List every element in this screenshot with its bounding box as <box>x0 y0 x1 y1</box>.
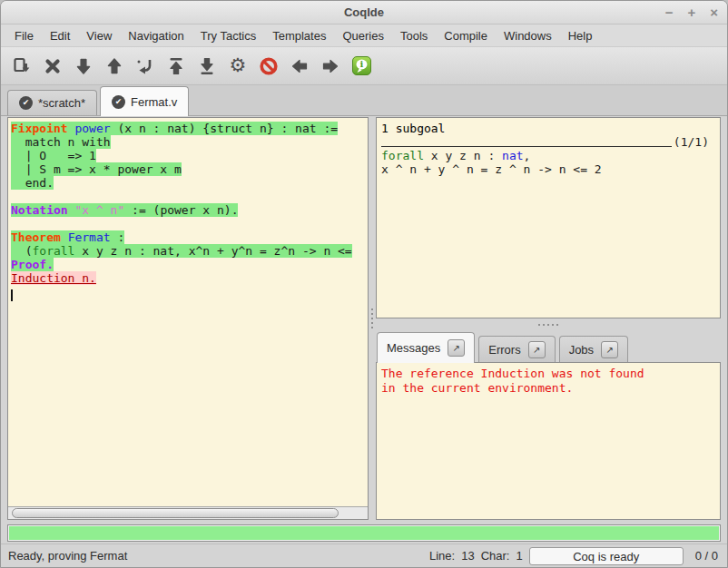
right-column: 1 subgoal (1/1) forall x y z n : nat,x ^… <box>376 117 721 520</box>
menu-edit[interactable]: Edit <box>42 26 78 45</box>
goal-separator: (1/1) <box>381 135 716 149</box>
window-controls: − + × <box>665 1 718 24</box>
code-segment: Fixpoint <box>11 122 68 135</box>
go-down-button[interactable] <box>68 52 99 81</box>
code-segment: forall <box>381 149 424 162</box>
gear-button[interactable]: ⚙ <box>222 52 253 81</box>
editor-line: end. <box>11 176 368 190</box>
minimize-button[interactable]: − <box>665 5 674 19</box>
subgoal-header: 1 subgoal <box>381 122 716 135</box>
main-area: Fixpoint power (x n : nat) {struct n} : … <box>1 116 727 524</box>
back-button[interactable] <box>284 52 315 81</box>
line-label: Line: <box>429 549 455 563</box>
line-text: | S m => x * power x m <box>11 162 182 176</box>
menu-view[interactable]: View <box>78 26 120 45</box>
detach-errors-button[interactable]: ↗ <box>528 341 546 358</box>
char-label: Char: <box>481 549 510 563</box>
code-segment: Induction n. <box>11 271 96 285</box>
menu-windows[interactable]: Windows <box>496 26 560 45</box>
forward-icon <box>320 56 340 76</box>
code-segment: | O => 1 <box>11 149 96 162</box>
editor-line: | O => 1 <box>11 149 368 162</box>
tab-label: Fermat.v <box>131 95 177 109</box>
line-text: Proof. <box>11 258 54 271</box>
title-bar: CoqIde − + × <box>1 1 727 24</box>
editor-line <box>11 190 368 203</box>
window-title: CoqIde <box>1 5 727 19</box>
line-text: Theorem Fermat : <box>11 230 124 244</box>
close-button[interactable]: × <box>710 5 718 19</box>
tab-fermat-v[interactable]: ✔Fermat.v <box>100 86 189 116</box>
menu-navigation[interactable]: Navigation <box>120 26 192 45</box>
goal-pane: 1 subgoal (1/1) forall x y z n : nat,x ^… <box>376 117 721 318</box>
char-value: 1 <box>516 549 522 563</box>
interrupt-button[interactable] <box>253 52 284 81</box>
go-to-end-icon <box>197 56 217 76</box>
line-text: Induction n. <box>11 271 96 285</box>
line-text: | O => 1 <box>11 149 96 162</box>
task-counter: 0 / 0 <box>695 549 718 563</box>
code-segment: : <box>111 230 125 244</box>
editor-line <box>11 217 368 230</box>
horizontal-scrollbar[interactable] <box>8 506 368 519</box>
interrupt-icon <box>259 56 279 76</box>
save-button[interactable] <box>6 52 37 81</box>
messages-pane: The reference Induction was not foundin … <box>376 362 721 520</box>
text-cursor <box>11 289 13 301</box>
code-segment: := (power x n). <box>124 203 238 217</box>
menu-queries[interactable]: Queries <box>334 26 392 45</box>
detach-jobs-button[interactable]: ↗ <box>601 341 618 358</box>
menu-compile[interactable]: Compile <box>436 26 496 45</box>
go-to-cursor-button[interactable] <box>130 52 161 81</box>
status-right: Line: 13 Char: 1 Coq is ready 0 / 0 <box>429 547 718 565</box>
code-segment: end. <box>11 176 54 190</box>
menu-tools[interactable]: Tools <box>392 26 436 45</box>
line-text: Fixpoint power (x n : nat) {struct n} : … <box>11 122 338 135</box>
svg-text:i: i <box>359 59 363 69</box>
tab-errors[interactable]: Errors↗ <box>478 336 555 362</box>
vertical-splitter[interactable] <box>369 117 376 520</box>
menu-templates[interactable]: Templates <box>264 26 334 45</box>
about-button[interactable]: i <box>346 52 377 81</box>
code-segment: forall <box>32 244 74 258</box>
editor-line <box>11 285 368 299</box>
close-button[interactable] <box>37 52 68 81</box>
code-segment: | S m => x * power x m <box>11 162 182 176</box>
code-segment: x y z n : nat, x^n + y^n = z^n -> n <= <box>74 244 351 258</box>
maximize-button[interactable]: + <box>687 5 695 19</box>
progress-bar <box>1 524 727 544</box>
code-segment: nat <box>502 149 523 162</box>
menu-try-tactics[interactable]: Try Tactics <box>192 26 264 45</box>
scrollbar-thumb[interactable] <box>12 508 339 518</box>
go-up-button[interactable] <box>99 52 130 81</box>
tab-messages[interactable]: Messages↗ <box>377 332 475 363</box>
code-editor[interactable]: Fixpoint power (x n : nat) {struct n} : … <box>8 118 368 506</box>
go-to-start-button[interactable] <box>161 52 192 81</box>
forward-button[interactable] <box>315 52 346 81</box>
code-segment: Notation <box>11 203 68 217</box>
code-segment: ( <box>11 244 32 258</box>
document-tab-bar: ✔*scratch*✔Fermat.v <box>1 85 727 116</box>
detach-messages-button[interactable]: ↗ <box>448 339 465 357</box>
go-to-end-button[interactable] <box>192 52 222 81</box>
tab-jobs[interactable]: Jobs↗ <box>559 336 628 362</box>
code-segment: power <box>74 122 110 135</box>
goal-statement: forall x y z n : nat,x ^ n + y ^ n = z ^… <box>381 149 716 176</box>
coq-status-button[interactable]: Coq is ready <box>529 547 684 565</box>
status-bar: Ready, proving Fermat Line: 13 Char: 1 C… <box>1 544 727 567</box>
code-segment: Theorem <box>11 230 61 244</box>
coqide-window: CoqIde − + × FileEditViewNavigationTry T… <box>0 0 728 568</box>
tab-label: Errors <box>488 343 520 357</box>
tab--scratch-[interactable]: ✔*scratch* <box>7 90 97 115</box>
go-down-icon <box>74 56 93 76</box>
editor-line: Theorem Fermat : <box>11 230 368 244</box>
detach-icon: ↗ <box>605 345 613 355</box>
menu-file[interactable]: File <box>6 26 42 45</box>
detach-icon: ↗ <box>533 345 540 355</box>
line-text: Notation "x ^ n" := (power x n). <box>11 203 238 217</box>
line-text: x ^ n + y ^ n = z ^ n -> n <= 2 <box>381 162 602 176</box>
menu-help[interactable]: Help <box>560 26 601 45</box>
horizontal-splitter[interactable] <box>376 318 721 330</box>
code-segment: (x n : nat) {struct n} : nat := <box>111 122 338 135</box>
script-pane: Fixpoint power (x n : nat) {struct n} : … <box>7 117 369 520</box>
